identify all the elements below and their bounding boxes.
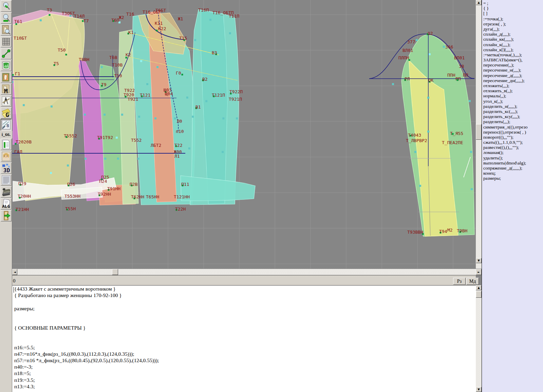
point-marker[interactable]	[205, 100, 207, 102]
table-tool[interactable]	[1, 139, 12, 150]
canvas-vscrollbar[interactable]: ▲ ▼	[476, 0, 482, 269]
point-marker[interactable]	[121, 114, 123, 116]
point-marker[interactable]	[392, 83, 394, 85]
point-marker[interactable]	[65, 54, 67, 56]
point-marker[interactable]	[12, 74, 14, 76]
point-marker[interactable]	[23, 104, 25, 106]
command-item[interactable]: = ;	[483, 1, 543, 6]
point-marker[interactable]	[419, 185, 421, 187]
point-marker[interactable]	[154, 117, 156, 119]
command-item[interactable]: :=точка(,);	[483, 16, 543, 21]
point-marker[interactable]	[174, 117, 176, 119]
point-marker[interactable]	[222, 151, 224, 153]
canvas-hscroll-thumb[interactable]	[112, 269, 118, 275]
zoom-in-tool[interactable]	[1, 0, 12, 12]
point-marker[interactable]	[209, 19, 211, 21]
command-item[interactable]: отрезок( , );	[483, 21, 543, 26]
point-marker[interactable]	[49, 14, 51, 16]
editor-scroll-down-button[interactable]: ▼	[476, 387, 482, 392]
command-item[interactable]: симметрия_л((),отрезо	[483, 124, 543, 130]
command-item[interactable]: пересечение_н(,,,,);	[483, 67, 543, 73]
point-marker[interactable]	[471, 188, 473, 190]
point-marker[interactable]	[12, 81, 13, 83]
command-item[interactable]: сплайн_кк(,,,,,);	[483, 37, 543, 42]
command-item[interactable]: отложить(,,,);	[483, 83, 543, 88]
point-marker[interactable]	[116, 137, 118, 139]
command-item[interactable]: пересечение_дн(,,,,,);	[483, 78, 543, 83]
point-marker[interactable]	[416, 39, 418, 41]
canvas-scroll-right-button[interactable]: ►	[476, 269, 482, 275]
preview-tool[interactable]	[1, 24, 12, 36]
point-marker[interactable]	[101, 66, 103, 68]
point-marker[interactable]	[85, 158, 87, 160]
grid-tool[interactable]	[1, 36, 12, 47]
command-item[interactable]: удалить();	[483, 155, 543, 160]
pattern-canvas[interactable]: Т61Т3ТЗОБТТ14ЛТ7Т6ПЖ2Т16Т16_ОБТТ6БТЖ1Т16…	[12, 0, 476, 269]
zoom-out-tool[interactable]	[1, 12, 12, 24]
command-item[interactable]: :=метка(точка(,),,,,);	[483, 52, 543, 57]
command-item[interactable]: разделить(,,,);	[483, 119, 543, 124]
drafting-tool[interactable]	[1, 95, 12, 107]
point-marker[interactable]	[469, 100, 471, 102]
editor-vscroll-thumb[interactable]	[476, 291, 482, 298]
command-item[interactable]: сплайн_к(,,,,);	[483, 42, 543, 47]
command-item[interactable]: разделить_кс(,,,,);	[483, 109, 543, 114]
command-item[interactable]: нормаль(,,);	[483, 93, 543, 98]
list-tool[interactable]	[1, 174, 12, 186]
g-tool[interactable]: G	[1, 107, 12, 119]
command-item[interactable]: { }	[483, 6, 543, 11]
point-marker[interactable]	[40, 19, 42, 21]
command-item[interactable]: развести((),(),,,"");	[483, 145, 543, 150]
point-marker[interactable]	[443, 46, 445, 48]
point-marker[interactable]	[470, 151, 472, 153]
command-item[interactable]: размеры;	[483, 176, 543, 181]
numeric-tool[interactable]: 8	[1, 119, 12, 131]
rz-button[interactable]: Рз	[453, 278, 466, 285]
command-item[interactable]: сплайн_д(,,,,);	[483, 32, 543, 37]
point-marker[interactable]	[84, 114, 86, 116]
command-item[interactable]: отложить_в(,,);	[483, 88, 543, 93]
measure-tool[interactable]	[1, 48, 12, 59]
canvas-vscroll-thumb[interactable]	[476, 124, 482, 140]
3d-tool[interactable]: 3D	[1, 162, 12, 174]
drawing-canvas-area[interactable]: Т61Т3ТЗОБТТ14ЛТ7Т6ПЖ2Т16Т16_ОБТТ6БТЖ1Т16…	[12, 0, 476, 269]
image-tool[interactable]	[1, 60, 12, 71]
model-photo-tool[interactable]	[1, 151, 12, 162]
editor-scroll-up-button[interactable]: ▲	[476, 285, 482, 290]
command-item[interactable]: угол_к(,,);	[483, 99, 543, 104]
archive-tool[interactable]	[1, 186, 12, 198]
md-button[interactable]: Мд	[466, 278, 479, 285]
point-marker[interactable]	[138, 116, 140, 118]
canvas-scroll-down-button[interactable]: ▼	[476, 258, 482, 263]
editor-vscrollbar[interactable]: ▲ ▼	[476, 285, 482, 392]
point-marker[interactable]	[427, 131, 429, 133]
point-marker[interactable]	[140, 60, 142, 62]
point-marker[interactable]	[50, 172, 52, 174]
point-marker[interactable]	[429, 53, 431, 55]
point-marker[interactable]	[192, 116, 194, 118]
canvas-scroll-left-button[interactable]: ◄	[12, 269, 17, 275]
exit-tool[interactable]	[1, 210, 12, 221]
command-item[interactable]: конец;	[483, 171, 543, 176]
point-marker[interactable]	[146, 83, 148, 85]
point-marker[interactable]	[156, 66, 158, 68]
point-marker[interactable]	[229, 32, 231, 34]
pattern-view-tool[interactable]	[1, 72, 12, 83]
point-marker[interactable]	[427, 97, 429, 99]
point-marker[interactable]	[51, 105, 53, 107]
command-item[interactable]: пересечение_д(,,,,,);	[483, 73, 543, 78]
point-marker[interactable]	[188, 148, 190, 150]
m-tool[interactable]: M	[1, 83, 12, 95]
point-marker[interactable]	[186, 97, 188, 99]
point-marker[interactable]	[104, 114, 106, 116]
point-marker[interactable]	[104, 158, 106, 160]
command-item[interactable]: поворот((),,,"");	[483, 135, 543, 140]
command-item[interactable]: сплайн_к[](,,,,);	[483, 47, 543, 52]
point-marker[interactable]	[194, 39, 196, 41]
command-item[interactable]: ЗАПИСАТЬ(имя=(),	[483, 57, 543, 62]
command-item[interactable]: [ ]	[483, 11, 543, 16]
canvas-hscrollbar[interactable]: ◄	[12, 269, 476, 275]
point-marker[interactable]	[67, 164, 69, 166]
point-marker[interactable]	[156, 30, 158, 32]
point-marker[interactable]	[236, 117, 238, 119]
